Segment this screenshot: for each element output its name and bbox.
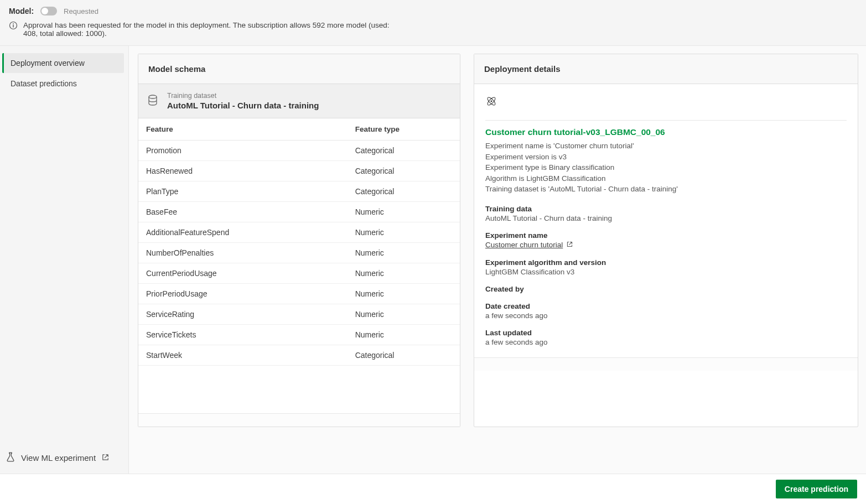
feature-type-cell: Numeric bbox=[348, 243, 460, 263]
table-row[interactable]: StartWeekCategorical bbox=[138, 345, 460, 366]
feature-type-cell: Categorical bbox=[348, 141, 460, 161]
experiment-name-label: Experiment name bbox=[485, 231, 847, 240]
feature-type-cell: Numeric bbox=[348, 304, 460, 325]
svg-rect-1 bbox=[13, 25, 13, 28]
external-link-icon bbox=[566, 241, 573, 250]
feature-cell: BaseFee bbox=[138, 202, 348, 222]
table-row[interactable]: CurrentPeriodUsageNumeric bbox=[138, 263, 460, 284]
feature-type-cell: Numeric bbox=[348, 263, 460, 284]
table-row[interactable]: PromotionCategorical bbox=[138, 141, 460, 161]
approval-message: Approval has been requested for the mode… bbox=[23, 21, 396, 38]
feature-cell: NumberOfPenalties bbox=[138, 243, 348, 263]
model-status-text: Requested bbox=[64, 7, 98, 15]
feature-cell: PlanType bbox=[138, 181, 348, 202]
feature-cell: Promotion bbox=[138, 141, 348, 161]
experiment-name-link[interactable]: Customer churn tutorial bbox=[485, 241, 573, 250]
feature-cell: PriorPeriodUsage bbox=[138, 284, 348, 304]
svg-rect-2 bbox=[13, 23, 13, 24]
table-row[interactable]: PriorPeriodUsageNumeric bbox=[138, 284, 460, 304]
date-created-label: Date created bbox=[485, 302, 847, 310]
last-updated-label: Last updated bbox=[485, 329, 847, 337]
bottom-bar: Create prediction bbox=[0, 474, 866, 504]
svg-point-3 bbox=[149, 95, 157, 98]
feature-type-cell: Numeric bbox=[348, 284, 460, 304]
sidebar-nav: Deployment overviewDataset predictions bbox=[2, 53, 124, 94]
deployment-details-panel: Deployment details Customer churn tutori… bbox=[474, 54, 858, 427]
table-row[interactable]: ServiceRatingNumeric bbox=[138, 304, 460, 325]
flask-icon bbox=[6, 452, 15, 464]
experiment-name-value: Customer churn tutorial bbox=[485, 241, 563, 249]
model-schema-panel: Model schema Training dataset AutoML Tut… bbox=[138, 54, 460, 427]
external-link-icon bbox=[101, 453, 110, 463]
top-banner: Model: Requested Approval has been reque… bbox=[0, 0, 866, 46]
feature-type-cell: Numeric bbox=[348, 222, 460, 243]
algorithm-value: LightGBM Classification v3 bbox=[485, 268, 847, 276]
model-approval-toggle[interactable] bbox=[40, 7, 57, 15]
info-icon bbox=[9, 21, 18, 30]
summary-line: Experiment version is v3 bbox=[485, 152, 847, 163]
summary-line: Algorithm is LightGBM Classification bbox=[485, 173, 847, 184]
sidebar: Deployment overviewDataset predictions V… bbox=[0, 46, 129, 474]
sidebar-item-deployment-overview[interactable]: Deployment overview bbox=[2, 53, 124, 73]
schema-table: Feature Feature type PromotionCategorica… bbox=[138, 118, 460, 366]
view-ml-experiment-link[interactable]: View ML experiment bbox=[6, 452, 121, 464]
table-row[interactable]: PlanTypeCategorical bbox=[138, 181, 460, 202]
date-created-value: a few seconds ago bbox=[485, 311, 847, 320]
atom-icon bbox=[485, 95, 847, 109]
model-name-link[interactable]: Customer churn tutorial-v03_LGBMC_00_06 bbox=[485, 127, 847, 137]
column-feature[interactable]: Feature bbox=[138, 118, 348, 141]
table-row[interactable]: NumberOfPenaltiesNumeric bbox=[138, 243, 460, 263]
created-by-label: Created by bbox=[485, 285, 847, 293]
table-row[interactable]: HasRenewedCategorical bbox=[138, 161, 460, 181]
training-dataset-band: Training dataset AutoML Tutorial - Churn… bbox=[138, 84, 460, 118]
table-row[interactable]: BaseFeeNumeric bbox=[138, 202, 460, 222]
table-row[interactable]: AdditionalFeatureSpendNumeric bbox=[138, 222, 460, 243]
view-ml-experiment-label: View ML experiment bbox=[21, 453, 96, 463]
training-data-value: AutoML Tutorial - Churn data - training bbox=[485, 214, 847, 222]
create-prediction-button[interactable]: Create prediction bbox=[776, 480, 857, 498]
summary-line: Experiment type is Binary classification bbox=[485, 162, 847, 173]
summary-line: Experiment name is 'Customer churn tutor… bbox=[485, 141, 847, 152]
feature-type-cell: Numeric bbox=[348, 325, 460, 345]
training-dataset-caption: Training dataset bbox=[167, 92, 319, 100]
feature-cell: StartWeek bbox=[138, 345, 348, 366]
database-icon bbox=[146, 93, 159, 108]
table-row[interactable]: ServiceTicketsNumeric bbox=[138, 325, 460, 345]
feature-type-cell: Categorical bbox=[348, 161, 460, 181]
feature-cell: AdditionalFeatureSpend bbox=[138, 222, 348, 243]
feature-cell: ServiceRating bbox=[138, 304, 348, 325]
column-feature-type[interactable]: Feature type bbox=[348, 118, 460, 141]
model-schema-header: Model schema bbox=[138, 54, 460, 84]
svg-point-4 bbox=[491, 101, 492, 102]
feature-cell: HasRenewed bbox=[138, 161, 348, 181]
experiment-summary-lines: Experiment name is 'Customer churn tutor… bbox=[485, 141, 847, 195]
algorithm-label: Experiment algorithm and version bbox=[485, 258, 847, 267]
training-data-label: Training data bbox=[485, 205, 847, 213]
feature-type-cell: Numeric bbox=[348, 202, 460, 222]
feature-cell: ServiceTickets bbox=[138, 325, 348, 345]
schema-panel-footer bbox=[138, 413, 460, 427]
feature-type-cell: Categorical bbox=[348, 345, 460, 366]
summary-line: Training dataset is 'AutoML Tutorial - C… bbox=[485, 184, 847, 195]
details-panel-footer bbox=[474, 357, 858, 371]
feature-type-cell: Categorical bbox=[348, 181, 460, 202]
deployment-details-header: Deployment details bbox=[474, 54, 858, 84]
sidebar-item-dataset-predictions[interactable]: Dataset predictions bbox=[2, 74, 124, 93]
feature-cell: CurrentPeriodUsage bbox=[138, 263, 348, 284]
divider bbox=[485, 120, 847, 121]
training-dataset-name: AutoML Tutorial - Churn data - training bbox=[167, 101, 319, 110]
model-label: Model: bbox=[9, 7, 34, 15]
last-updated-value: a few seconds ago bbox=[485, 338, 847, 346]
